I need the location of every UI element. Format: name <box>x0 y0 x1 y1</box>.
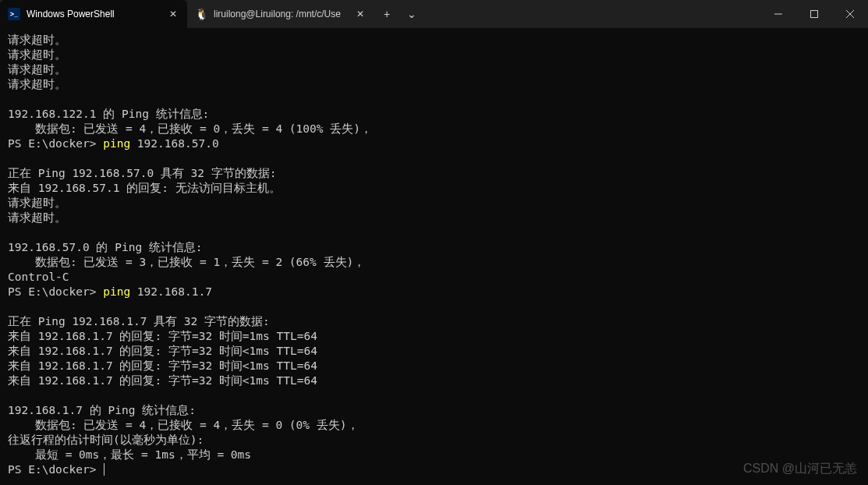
tab-label: Windows PowerShell <box>27 9 161 19</box>
terminal-line: 数据包: 已发送 = 4，已接收 = 4，丢失 = 0 (0% 丢失)， <box>8 418 860 433</box>
terminal-line: PS E:\docker> <box>8 462 860 477</box>
terminal-line: 请求超时。 <box>8 33 860 48</box>
tab-wsl[interactable]: 🐧 liruilong@Liruilong: /mnt/c/Use ✕ <box>187 0 374 28</box>
terminal-line: PS E:\docker> ping 192.168.57.0 <box>8 136 860 151</box>
terminal-line <box>8 388 860 403</box>
terminal-line: 数据包: 已发送 = 4，已接收 = 0，丢失 = 4 (100% 丢失)， <box>8 122 860 136</box>
terminal-line: 192.168.1.7 的 Ping 统计信息: <box>8 403 860 418</box>
tab-close-button[interactable]: ✕ <box>354 8 367 20</box>
terminal-line: 请求超时。 <box>8 77 860 92</box>
terminal-line: 数据包: 已发送 = 3，已接收 = 1，丢失 = 2 (66% 丢失)， <box>8 255 860 270</box>
tab-dropdown-button[interactable]: ⌄ <box>399 0 424 28</box>
terminal-line: 192.168.57.0 的 Ping 统计信息: <box>8 240 860 255</box>
terminal-line <box>8 151 860 166</box>
terminal-line: 请求超时。 <box>8 48 860 62</box>
terminal-line: PS E:\docker> ping 192.168.1.7 <box>8 285 860 299</box>
tux-icon: 🐧 <box>195 8 207 20</box>
terminal-line <box>8 299 860 314</box>
terminal-line: 来自 192.168.1.7 的回复: 字节=32 时间<1ms TTL=64 <box>8 359 860 373</box>
minimize-button[interactable] <box>760 0 796 28</box>
terminal-line: 请求超时。 <box>8 211 860 225</box>
window-controls <box>760 0 868 28</box>
tab-close-button[interactable]: ✕ <box>167 8 179 20</box>
cursor <box>104 463 105 476</box>
new-tab-button[interactable]: + <box>374 0 399 28</box>
powershell-icon: >_ <box>8 8 20 20</box>
terminal-line: 最短 = 0ms，最长 = 1ms，平均 = 0ms <box>8 448 860 462</box>
window-titlebar: >_ Windows PowerShell ✕ 🐧 liruilong@Liru… <box>0 0 868 28</box>
svg-rect-1 <box>811 11 818 18</box>
terminal-line: 请求超时。 <box>8 196 860 211</box>
terminal-line: 来自 192.168.57.1 的回复: 无法访问目标主机。 <box>8 181 860 196</box>
maximize-button[interactable] <box>796 0 832 28</box>
terminal-line: Control-C <box>8 270 860 285</box>
terminal-output[interactable]: 请求超时。请求超时。请求超时。请求超时。 192.168.122.1 的 Pin… <box>0 28 868 482</box>
terminal-line <box>8 225 860 240</box>
tab-label: liruilong@Liruilong: /mnt/c/Use <box>214 9 348 19</box>
terminal-line <box>8 92 860 107</box>
terminal-line: 来自 192.168.1.7 的回复: 字节=32 时间=1ms TTL=64 <box>8 329 860 344</box>
tabs-area: >_ Windows PowerShell ✕ 🐧 liruilong@Liru… <box>0 0 760 28</box>
terminal-line: 来自 192.168.1.7 的回复: 字节=32 时间<1ms TTL=64 <box>8 373 860 388</box>
terminal-line: 正在 Ping 192.168.1.7 具有 32 字节的数据: <box>8 314 860 329</box>
terminal-line: 请求超时。 <box>8 62 860 77</box>
close-icon <box>846 10 854 18</box>
close-button[interactable] <box>832 0 868 28</box>
terminal-line: 正在 Ping 192.168.57.0 具有 32 字节的数据: <box>8 166 860 181</box>
terminal-line: 192.168.122.1 的 Ping 统计信息: <box>8 107 860 122</box>
maximize-icon <box>810 10 818 18</box>
terminal-line: 来自 192.168.1.7 的回复: 字节=32 时间<1ms TTL=64 <box>8 344 860 359</box>
tab-powershell[interactable]: >_ Windows PowerShell ✕ <box>0 0 187 28</box>
minimize-icon <box>774 10 782 18</box>
terminal-line: 往返行程的估计时间(以毫秒为单位): <box>8 433 860 448</box>
